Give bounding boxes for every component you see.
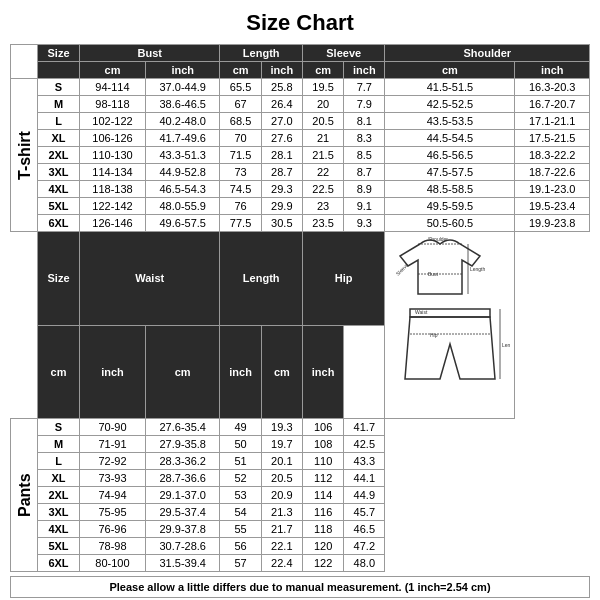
page-title: Size Chart xyxy=(10,10,590,36)
svg-text:Waist: Waist xyxy=(415,309,428,315)
table-row: 2XL74-9429.1-37.05320.911444.9 xyxy=(11,487,590,504)
table-row: 4XL118-13846.5-54.374.529.322.58.948.5-5… xyxy=(11,181,590,198)
footer-note: Please allow a little differs due to man… xyxy=(10,576,590,598)
svg-text:Hip: Hip xyxy=(430,332,438,338)
table-row: XL106-12641.7-49.67027.6218.344.5-54.517… xyxy=(11,130,590,147)
svg-text:Sleeve: Sleeve xyxy=(394,261,409,276)
table-row: 3XL114-13444.9-52.87328.7228.747.5-57.51… xyxy=(11,164,590,181)
svg-text:Length: Length xyxy=(502,342,510,348)
svg-text:Length: Length xyxy=(470,266,486,272)
table-row: 5XL122-14248.0-55.97629.9239.149.5-59.51… xyxy=(11,198,590,215)
table-row: L72-9228.3-36.25120.111043.3 xyxy=(11,453,590,470)
table-row: M98-11838.6-46.56726.4207.942.5-52.516.7… xyxy=(11,96,590,113)
table-row: 3XL75-9529.5-37.45421.311645.7 xyxy=(11,504,590,521)
table-row: 6XL80-10031.5-39.45722.412248.0 xyxy=(11,555,590,572)
table-row: M71-9127.9-35.85019.710842.5 xyxy=(11,436,590,453)
table-row: L102-12240.2-48.068.527.020.58.143.5-53.… xyxy=(11,113,590,130)
table-row: 4XL76-9629.9-37.85521.711846.5 xyxy=(11,521,590,538)
svg-text:Shoulder: Shoulder xyxy=(428,236,448,242)
table-row: 2XL110-13043.3-51.371.528.121.58.546.5-5… xyxy=(11,147,590,164)
table-row: 5XL78-9830.7-28.65622.112047.2 xyxy=(11,538,590,555)
table-row: PantsS70-9027.6-35.44919.310641.7 xyxy=(11,419,590,436)
table-row: T-shirtS94-11437.0-44.965.525.819.57.741… xyxy=(11,79,590,96)
table-row: XL73-9328.7-36.65220.511244.1 xyxy=(11,470,590,487)
table-row: 6XL126-14649.6-57.577.530.523.59.350.5-6… xyxy=(11,215,590,232)
